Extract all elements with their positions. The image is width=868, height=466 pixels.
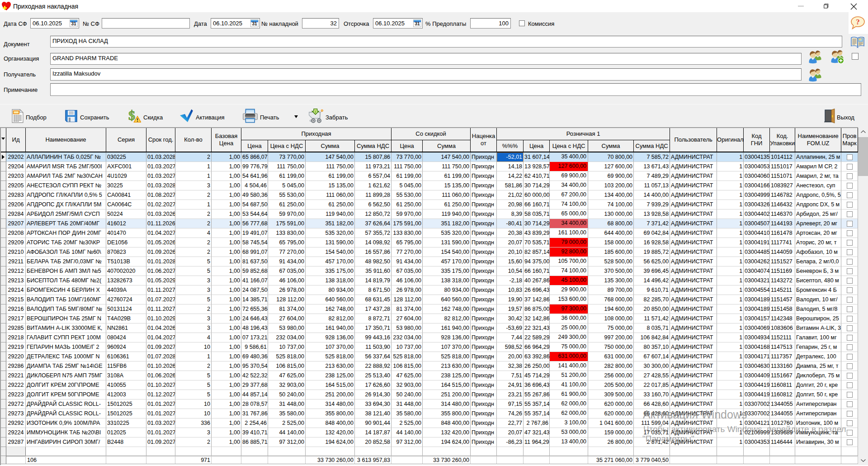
svg-text:$: $: [128, 109, 135, 123]
svg-text:?: ?: [856, 18, 860, 26]
